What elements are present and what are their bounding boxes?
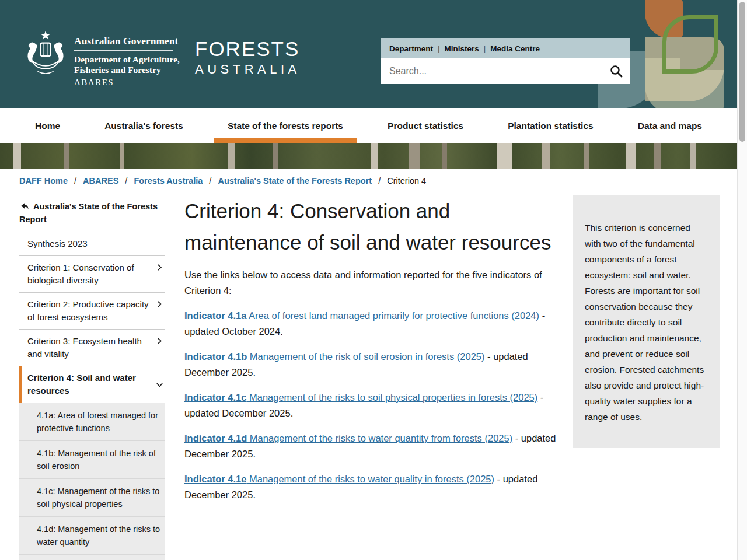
scrollbar-thumb[interactable] (739, 2, 745, 142)
nav-item-australias-forests[interactable]: Australia's forests (90, 108, 197, 144)
chevron-right-icon (155, 337, 164, 345)
nav-item-data-and-maps[interactable]: Data and maps (624, 108, 716, 144)
indicator-41b-link[interactable]: Indicator 4.1b Management of the risk of… (184, 351, 484, 362)
nav-item-product-statistics[interactable]: Product statistics (374, 108, 477, 144)
sidebar-back-link[interactable]: Australia's State of the Forests Report (19, 195, 165, 232)
search-button[interactable] (603, 58, 630, 84)
indicator-link-bold: Indicator 4.1e (184, 474, 246, 484)
indicator-item-41b: Indicator 4.1b Management of the risk of… (184, 349, 567, 380)
breadcrumb-separator: / (125, 176, 127, 186)
utility-link-media-centre[interactable]: Media Centre (490, 44, 540, 53)
utility-bar: Department | Ministers | Media Centre (381, 38, 630, 58)
sidebar-item-label: Criterion 4: Soil and water resources (27, 372, 152, 397)
brand-divider (186, 26, 186, 83)
utility-link-department[interactable]: Department (389, 44, 433, 53)
sidebar-item-criterion-4[interactable]: Criterion 4: Soil and water resources (19, 366, 165, 402)
sidebar-item-label: Synthesis 2023 (27, 237, 164, 250)
utility-separator: | (438, 44, 440, 53)
header-inner: Australian Government Department of Agri… (0, 0, 737, 108)
indicator-41d-link[interactable]: Indicator 4.1d Management of the risks t… (184, 433, 512, 443)
crest-department-line1: Department of Agriculture, (74, 54, 180, 65)
search-bar (381, 58, 630, 84)
search-input[interactable] (381, 58, 603, 84)
sidebar-item-label: Criterion 1: Conservation of biological … (27, 261, 152, 287)
sidebar-item-criterion-1[interactable]: Criterion 1: Conservation of biological … (19, 256, 165, 292)
indicator-41e-link[interactable]: Indicator 4.1e Management of the risks t… (184, 474, 494, 484)
brand-line1: FORESTS (195, 37, 301, 61)
indicator-link-bold: Indicator 4.1b (184, 351, 247, 362)
nav-item-home[interactable]: Home (21, 108, 74, 144)
indicator-link-text: Management of the risks to water quantit… (247, 433, 512, 443)
page-title: Criterion 4: Conservation and maintenanc… (184, 195, 567, 258)
crest-agency-label: ABARES (74, 78, 180, 88)
nav-item-label: State of the forests reports (228, 121, 343, 131)
breadcrumb-link-forests-australia[interactable]: Forests Australia (134, 176, 203, 186)
site-header: Australian Government Department of Agri… (0, 0, 737, 108)
sidebar-item-criterion-2[interactable]: Criterion 2: Productive capacity of fore… (19, 292, 165, 329)
sidebar-subitem-41e[interactable]: 4.1e: Management of the risks (19, 554, 165, 560)
sidebar-subitem-41c[interactable]: 4.1c: Management of the risks to soil ph… (19, 478, 165, 516)
search-icon (609, 64, 623, 78)
crest-department-line2: Fisheries and Forestry (74, 65, 180, 75)
sidebar-item-label: Criterion 3: Ecosystem health and vitali… (27, 335, 152, 360)
brand-line2: AUSTRALIA (195, 62, 301, 77)
utility-link-ministers[interactable]: Ministers (445, 44, 479, 53)
criterion-description-panel: This criterion is concerned with two of … (573, 195, 720, 448)
breadcrumb-link-abares[interactable]: ABARES (83, 176, 118, 186)
nav-item-plantation-statistics[interactable]: Plantation statistics (494, 108, 607, 144)
main-content: Criterion 4: Conservation and maintenanc… (184, 195, 567, 512)
nav-item-state-of-the-forests-reports[interactable]: State of the forests reports (214, 108, 357, 144)
sidebar: Australia's State of the Forests Report … (19, 195, 165, 560)
indicator-item-41e: Indicator 4.1e Management of the risks t… (184, 471, 567, 503)
crest-government-label: Australian Government (74, 35, 180, 47)
chevron-right-icon (155, 300, 164, 309)
breadcrumb: DAFF Home / ABARES / Forests Australia /… (0, 169, 737, 186)
sidebar-sublist: 4.1a: Area of forest managed for protect… (19, 402, 165, 560)
indicator-41a-link[interactable]: Indicator 4.1a Area of forest land manag… (184, 310, 539, 321)
indicator-link-bold: Indicator 4.1c (184, 392, 246, 402)
sidebar-subitem-41d[interactable]: 4.1d: Management of the risks to water q… (19, 516, 165, 554)
indicator-41c-link[interactable]: Indicator 4.1c Management of the risks t… (184, 392, 537, 402)
chevron-down-icon (155, 380, 164, 389)
sidebar-item-label: Criterion 2: Productive capacity of fore… (27, 298, 152, 324)
chevron-right-icon (155, 263, 164, 272)
sidebar-item-synthesis-2023[interactable]: Synthesis 2023 (19, 232, 165, 256)
page: Australian Government Department of Agri… (0, 0, 737, 560)
main-nav: Home Australia's forests State of the fo… (0, 108, 737, 144)
indicator-item-41a: Indicator 4.1a Area of forest land manag… (184, 308, 567, 340)
crest-divider-line (74, 50, 173, 51)
crest-text: Australian Government Department of Agri… (74, 27, 180, 88)
breadcrumb-separator: / (378, 176, 381, 186)
active-tab-underline (214, 138, 357, 144)
back-arrow-icon (19, 201, 29, 211)
sidebar-subitem-41a[interactable]: 4.1a: Area of forest managed for protect… (19, 403, 165, 440)
breadcrumb-separator: / (74, 176, 76, 186)
forests-australia-logo[interactable]: FORESTS AUSTRALIA (195, 37, 301, 77)
sidebar-back-label: Australia's State of the Forests Report (19, 202, 158, 224)
indicator-item-41c: Indicator 4.1c Management of the risks t… (184, 390, 567, 421)
government-logo[interactable]: Australian Government Department of Agri… (22, 27, 180, 88)
indicator-link-text: Management of the risk of soil erosion i… (247, 351, 484, 362)
indicator-link-text: Management of the risks to soil physical… (246, 392, 537, 402)
indicator-link-bold: Indicator 4.1d (184, 433, 247, 443)
intro-paragraph: Use the links below to access data and i… (184, 267, 567, 299)
indicator-link-text: Area of forest land managed primarily fo… (246, 310, 539, 321)
breadcrumb-link-daff-home[interactable]: DAFF Home (19, 176, 68, 186)
indicator-link-text: Management of the risks to water quality… (246, 474, 494, 484)
breadcrumb-current: Criterion 4 (387, 176, 426, 186)
breadcrumb-separator: / (209, 176, 211, 186)
page-scrollbar[interactable] (737, 0, 747, 560)
coat-of-arms-icon (22, 27, 69, 80)
utility-separator: | (484, 44, 486, 53)
criterion-description-text: This criterion is concerned with two of … (585, 220, 708, 425)
sidebar-subitem-41b[interactable]: 4.1b: Management of the risk of soil ero… (19, 440, 165, 478)
forest-banner-image (0, 144, 737, 169)
indicator-link-bold: Indicator 4.1a (184, 310, 246, 321)
sidebar-item-criterion-3[interactable]: Criterion 3: Ecosystem health and vitali… (19, 329, 165, 366)
page-row: Australia's State of the Forests Report … (0, 186, 737, 560)
breadcrumb-link-sofr[interactable]: Australia's State of the Forests Report (218, 176, 372, 186)
indicator-item-41d: Indicator 4.1d Management of the risks t… (184, 430, 567, 462)
